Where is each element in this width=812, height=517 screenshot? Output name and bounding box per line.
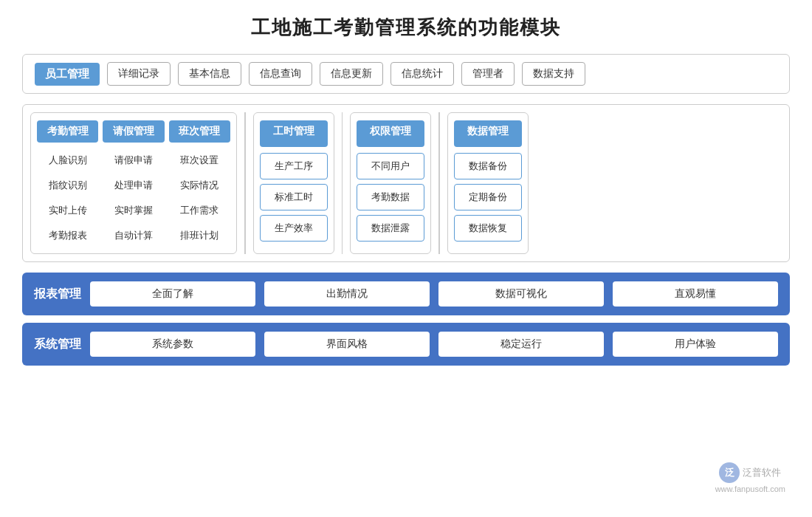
shuju-item-2[interactable]: 数据恢复 [454,215,522,242]
baobiao-item-2[interactable]: 数据可视化 [438,281,604,307]
quanxian-item-1[interactable]: 考勤数据 [357,184,424,210]
quanxian-item-0[interactable]: 不同用户 [357,153,424,179]
xitong-label: 系统管理 [34,337,81,352]
left-row-1: 指纹识别 处理申请 实际情况 [37,175,230,196]
watermark-circle: 泛 [719,462,740,483]
cell-3-0[interactable]: 考勤报表 [37,225,98,246]
cell-0-0[interactable]: 人脸识别 [37,150,98,171]
cell-1-1[interactable]: 处理申请 [103,175,164,196]
emp-item-5[interactable]: 管理者 [461,62,515,86]
cell-2-1[interactable]: 实时掌握 [103,200,164,221]
baobiao-item-1[interactable]: 出勤情况 [264,281,430,307]
quanxian-header[interactable]: 权限管理 [357,120,424,147]
xitong-item-1[interactable]: 界面风格 [264,332,430,357]
cell-0-1[interactable]: 请假申请 [103,150,164,171]
gongshi-group: 工时管理 生产工序 标准工时 生产效率 [253,112,334,254]
watermark-url: www.fanpusoft.com [715,485,785,493]
shuju-item-0[interactable]: 数据备份 [454,153,522,179]
quanxian-group: 权限管理 不同用户 考勤数据 数据泄露 [350,112,431,254]
cell-3-1[interactable]: 自动计算 [103,225,164,246]
divider-2 [342,112,343,254]
xitong-item-3[interactable]: 用户体验 [613,332,778,357]
gongshi-item-0[interactable]: 生产工序 [260,153,328,179]
cell-1-0[interactable]: 指纹识别 [37,175,98,196]
emp-item-1[interactable]: 基本信息 [178,62,241,86]
baobiao-item-0[interactable]: 全面了解 [90,281,255,307]
baobiao-item-3[interactable]: 直观易懂 [613,281,778,307]
emp-mgmt-row: 员工管理 详细记录 基本信息 信息查询 信息更新 信息统计 管理者 数据支持 [22,54,790,94]
watermark-logo: 泛 泛普软件 [719,462,781,483]
cell-2-0[interactable]: 实时上传 [37,200,98,221]
baobiao-label: 报表管理 [34,287,81,302]
watermark-brand: 泛普软件 [743,466,781,479]
cell-3-2[interactable]: 排班计划 [169,225,230,246]
xitong-item-2[interactable]: 稳定运行 [438,332,604,357]
header-qingjia[interactable]: 请假管理 [103,120,164,143]
main-modules: 考勤管理 请假管理 班次管理 人脸识别 请假申请 班次设置 指纹识别 处理申请 … [22,104,790,262]
emp-mgmt-label[interactable]: 员工管理 [35,63,100,86]
shuju-group: 数据管理 数据备份 定期备份 数据恢复 [447,112,529,254]
quanxian-item-2[interactable]: 数据泄露 [357,215,424,242]
left-row-2: 实时上传 实时掌握 工作需求 [37,200,230,221]
xitong-row: 系统管理 系统参数 界面风格 稳定运行 用户体验 [22,323,790,366]
emp-item-0[interactable]: 详细记录 [107,62,171,86]
header-banci[interactable]: 班次管理 [169,120,230,143]
divider-3 [438,112,440,254]
watermark: 泛 泛普软件 www.fanpusoft.com [715,462,785,493]
cell-1-2[interactable]: 实际情况 [169,175,230,196]
emp-item-4[interactable]: 信息统计 [390,62,454,86]
page-title: 工地施工考勤管理系统的功能模块 [251,15,561,41]
gongshi-item-2[interactable]: 生产效率 [260,215,328,242]
left-group: 考勤管理 请假管理 班次管理 人脸识别 请假申请 班次设置 指纹识别 处理申请 … [30,112,237,254]
emp-item-3[interactable]: 信息更新 [320,62,383,86]
emp-item-6[interactable]: 数据支持 [522,62,585,86]
left-row-3: 考勤报表 自动计算 排班计划 [37,225,230,246]
left-group-headers: 考勤管理 请假管理 班次管理 [37,120,230,143]
emp-item-2[interactable]: 信息查询 [249,62,312,86]
shuju-header[interactable]: 数据管理 [454,120,522,147]
cell-2-2[interactable]: 工作需求 [169,200,230,221]
shuju-item-1[interactable]: 定期备份 [454,184,522,210]
header-kaoqin[interactable]: 考勤管理 [37,120,98,143]
left-row-0: 人脸识别 请假申请 班次设置 [37,150,230,171]
gongshi-item-1[interactable]: 标准工时 [260,184,328,210]
divider-1 [244,112,246,254]
xitong-item-0[interactable]: 系统参数 [90,332,255,357]
gongshi-header[interactable]: 工时管理 [260,120,328,147]
cell-0-2[interactable]: 班次设置 [169,150,230,171]
baobiao-row: 报表管理 全面了解 出勤情况 数据可视化 直观易懂 [22,273,790,315]
